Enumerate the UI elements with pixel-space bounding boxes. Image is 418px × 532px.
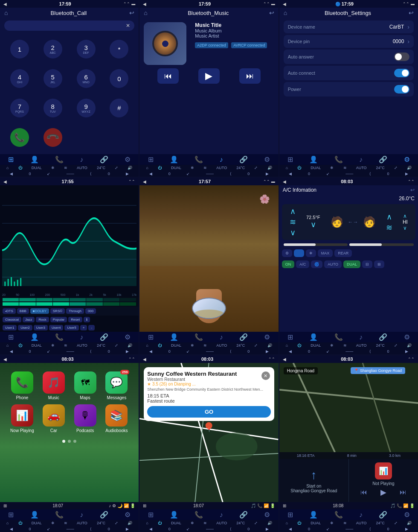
- nav-user-icon-9[interactable]: 👤: [309, 511, 318, 519]
- nav-phone-icon-3[interactable]: 📞: [334, 155, 343, 164]
- nav-link-icon-2[interactable]: 🔗: [239, 155, 248, 164]
- c2b-5[interactable]: ⟨: [230, 172, 232, 176]
- nav-gear-icon-3[interactable]: ⚙: [404, 155, 410, 164]
- c3[interactable]: ↙: [47, 172, 50, 176]
- nav-gear-icon-8[interactable]: ⚙: [264, 511, 270, 519]
- c3b-3[interactable]: ↙: [326, 172, 330, 176]
- c4-ac[interactable]: ≋: [64, 343, 67, 348]
- nav-phone-icon-4[interactable]: 📞: [55, 333, 64, 341]
- carplay-grid-icon[interactable]: ⊞: [3, 503, 7, 508]
- nav-music-icon-4[interactable]: ♪: [80, 333, 83, 341]
- search-bar-call[interactable]: ✕: [4, 20, 134, 31]
- c4-home[interactable]: ⌂: [6, 343, 9, 348]
- c6-home[interactable]: ⌂: [286, 343, 288, 348]
- power-toggle[interactable]: [394, 85, 409, 94]
- ac-fan-up[interactable]: ∧: [403, 213, 408, 219]
- nav-grid-icon-9[interactable]: ⊞: [283, 503, 286, 508]
- eq-remove[interactable]: -: [88, 325, 95, 330]
- c8-arrow[interactable]: ⤢: [254, 521, 258, 525]
- back-arrow-4[interactable]: ◀: [3, 179, 7, 184]
- nav-link-icon-7[interactable]: 🔗: [100, 511, 108, 519]
- dial-1[interactable]: 1: [10, 40, 29, 58]
- c6-vol[interactable]: 🔊: [407, 343, 412, 348]
- c5b-7[interactable]: ▶: [266, 349, 269, 354]
- nav-phone-icon-9[interactable]: 📞: [334, 511, 343, 519]
- nav-link-icon-9[interactable]: 🔗: [379, 511, 387, 519]
- c4-power[interactable]: ⏻: [18, 343, 22, 348]
- c6-ac[interactable]: ≋: [343, 343, 347, 348]
- nav-phone-icon-8[interactable]: 📞: [194, 511, 203, 519]
- c3-arrow[interactable]: ⤢: [394, 166, 398, 170]
- eq-jazz[interactable]: Jazz: [23, 317, 35, 322]
- ac-slider-left[interactable]: [284, 243, 348, 246]
- back-arrow-6[interactable]: ◀: [283, 179, 286, 184]
- eq-info[interactable]: ℹ: [84, 317, 90, 322]
- c7b-3[interactable]: ↙: [47, 527, 50, 531]
- dial-hash[interactable]: #: [110, 99, 128, 117]
- c9-arrow[interactable]: ⤢: [394, 521, 398, 525]
- eq-dolby[interactable]: ■DOLBY: [30, 308, 49, 314]
- c6b-1[interactable]: ◀: [289, 349, 292, 354]
- c9-ac[interactable]: ≋: [343, 521, 347, 525]
- eq-rock[interactable]: Rock: [36, 317, 49, 322]
- c7b-7[interactable]: ▶: [126, 527, 129, 531]
- go-button[interactable]: GO: [147, 406, 270, 418]
- nav-user-icon-3[interactable]: 👤: [309, 155, 318, 164]
- c5-vol[interactable]: 🔊: [267, 343, 272, 348]
- c5-arrow[interactable]: ⤢: [254, 343, 258, 348]
- c9-power[interactable]: ⏻: [297, 521, 301, 525]
- next-button[interactable]: ⏭: [239, 68, 261, 84]
- nav-grid-icon-2[interactable]: ⊞: [148, 155, 154, 164]
- c2-power[interactable]: ⏻: [158, 166, 162, 170]
- dial-0[interactable]: 0: [110, 69, 128, 88]
- nav-phone-icon-6[interactable]: 📞: [334, 333, 343, 341]
- dot-2[interactable]: [68, 440, 71, 443]
- nav-user-icon-2[interactable]: 👤: [170, 155, 178, 164]
- c8b-1[interactable]: ◀: [149, 527, 152, 531]
- nav-gear-icon-7[interactable]: ⚙: [125, 511, 131, 519]
- c3b-5[interactable]: ⟨: [369, 172, 371, 176]
- ac-fan-icon-btn[interactable]: ❄: [306, 249, 316, 257]
- eq-user5[interactable]: User5: [64, 325, 78, 330]
- nav-user-icon-1[interactable]: 👤: [30, 155, 39, 164]
- eq-user3[interactable]: User3: [34, 325, 48, 330]
- dot-1[interactable]: [62, 440, 65, 443]
- video-area[interactable]: 🌸: [139, 185, 278, 332]
- ac-ac-btn[interactable]: A/C: [296, 260, 309, 268]
- ac-up-arrow-left[interactable]: ∧: [290, 207, 296, 216]
- c4b-5[interactable]: ⟨: [90, 349, 92, 354]
- ac-up-arrow-right[interactable]: ∧: [386, 212, 392, 222]
- device-pin-row[interactable]: Device pin 0000 ›: [284, 35, 414, 48]
- c7b-1[interactable]: ◀: [10, 527, 13, 531]
- nav-grid-icon-3[interactable]: ⊞: [287, 155, 293, 164]
- c8b-3[interactable]: ↙: [186, 527, 190, 531]
- auto-answer-toggle[interactable]: [394, 53, 409, 61]
- c4-fan[interactable]: ❄: [51, 343, 55, 348]
- home-icon-1[interactable]: ⌂: [4, 9, 8, 16]
- back-arrow-8[interactable]: ◀: [143, 357, 146, 362]
- app-podcasts[interactable]: 🎙 Podcasts: [72, 404, 99, 433]
- c2-fan[interactable]: ❄: [191, 166, 194, 170]
- nav-music-icon-8[interactable]: ♪: [220, 511, 223, 519]
- nav-music-icon-9[interactable]: ♪: [359, 511, 363, 519]
- nav-prev-btn[interactable]: ⏮: [360, 488, 367, 496]
- nav-grid-icon-8b[interactable]: ⊞: [148, 511, 154, 519]
- nav-gear-icon-2[interactable]: ⚙: [264, 155, 270, 164]
- c7-ac[interactable]: ≋: [64, 521, 67, 525]
- climate-power-1[interactable]: ⏻: [18, 166, 22, 170]
- nav-user-icon-5[interactable]: 👤: [170, 333, 178, 341]
- nav-user-icon-6[interactable]: 👤: [309, 333, 318, 341]
- device-name-row[interactable]: Device name CarBT ›: [284, 20, 414, 33]
- play-button[interactable]: ▶: [198, 68, 220, 84]
- nav-grid-icon-7[interactable]: ⊞: [8, 511, 14, 519]
- ac-rear-btn[interactable]: REAR: [334, 249, 352, 257]
- nav-next-btn[interactable]: ⏭: [400, 488, 406, 496]
- eq-classical[interactable]: Classical: [3, 317, 21, 322]
- nav-user-icon-7[interactable]: 👤: [30, 511, 39, 519]
- c4b-1[interactable]: ◀: [10, 349, 13, 354]
- c7[interactable]: ▶: [126, 172, 129, 176]
- app-nowplaying[interactable]: 📊 Now Playing: [9, 404, 36, 433]
- close-btn-1[interactable]: ↩: [129, 9, 134, 16]
- home-icon-3[interactable]: ⌂: [284, 9, 287, 16]
- ac-down-arrow-left[interactable]: ∨: [290, 228, 296, 237]
